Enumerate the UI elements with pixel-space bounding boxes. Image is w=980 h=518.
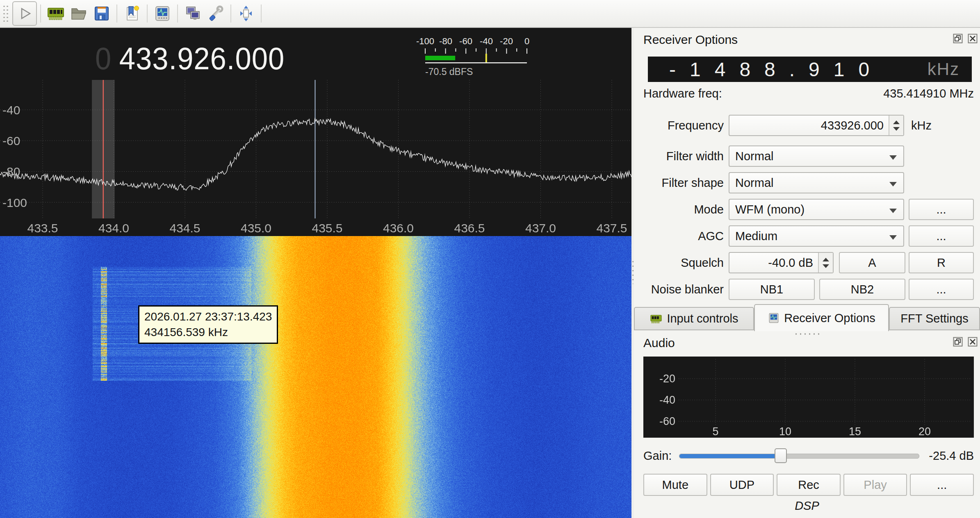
- agc-row: AGC Medium ...: [634, 225, 980, 247]
- spinbox-arrows[interactable]: [889, 116, 903, 135]
- play-button[interactable]: Play: [843, 474, 907, 496]
- meter-tick-label: -40: [480, 36, 493, 47]
- settings-button[interactable]: [204, 2, 227, 25]
- meter-tick-label: -80: [439, 36, 452, 47]
- dsp-options-button[interactable]: [151, 2, 174, 25]
- nb-options-button[interactable]: ...: [909, 279, 974, 300]
- mode-label: Mode: [634, 199, 724, 220]
- hardware-freq-label: Hardware freq:: [643, 87, 722, 100]
- play-label: Play: [864, 478, 887, 492]
- squelch-label: Squelch: [634, 252, 724, 273]
- nb2-button[interactable]: NB2: [819, 279, 905, 300]
- configure-io-button[interactable]: [44, 2, 67, 25]
- nb2-label: NB2: [851, 283, 874, 296]
- toolbar-separator: [261, 5, 262, 23]
- spin-up-icon[interactable]: [823, 258, 829, 261]
- agc-options-button[interactable]: ...: [909, 225, 974, 247]
- agc-select[interactable]: Medium: [729, 225, 904, 247]
- frequency-digits: 433.926.000: [119, 41, 285, 76]
- dock-title-receiver-options: Receiver Options: [643, 33, 738, 47]
- remote-control-button[interactable]: [181, 2, 204, 25]
- bookmarks-icon: [123, 5, 141, 23]
- chevron-down-icon: [889, 235, 897, 240]
- close-dock-icon[interactable]: [968, 34, 978, 43]
- open-file-button[interactable]: [67, 2, 90, 25]
- filter-width-row: Filter width Normal: [634, 145, 980, 167]
- lcd-unit: kHz: [928, 59, 959, 79]
- spin-up-icon[interactable]: [893, 120, 900, 124]
- agc-value: Medium: [735, 229, 777, 243]
- spinbox-arrows[interactable]: [818, 253, 833, 273]
- meter-tick-label: -20: [500, 36, 513, 47]
- toolbar-separator: [177, 5, 178, 23]
- remote-computers-icon: [183, 5, 202, 23]
- filter-shape-select[interactable]: Normal: [729, 172, 904, 193]
- hardware-freq-value: 435.414910 MHz: [883, 87, 974, 100]
- mode-options-button[interactable]: ...: [909, 199, 974, 220]
- dock-splitter-handle[interactable]: [794, 333, 820, 335]
- tab-receiver-options[interactable]: Receiver Options: [754, 304, 889, 331]
- filter-shape-row: Filter shape Normal: [634, 172, 980, 193]
- dock-title-audio: Audio: [643, 336, 675, 350]
- waterfall-plot[interactable]: [0, 236, 631, 518]
- hardware-freq-row: Hardware freq: 435.414910 MHz: [634, 87, 980, 102]
- tab-label: FFT Settings: [900, 312, 968, 325]
- memory-icon: [650, 313, 663, 325]
- lcd-digits: -1488.910: [669, 58, 928, 81]
- start-dsp-button[interactable]: [12, 1, 37, 26]
- squelch-reset-button[interactable]: R: [909, 252, 974, 273]
- save-file-button[interactable]: [90, 2, 113, 25]
- dock-tab-bar: Input controls Receiver Options FFT Sett…: [634, 304, 980, 330]
- fullscreen-button[interactable]: [235, 2, 258, 25]
- noise-blanker-row: Noise blanker NB1 NB2 ...: [634, 279, 980, 300]
- spin-down-icon[interactable]: [893, 127, 900, 131]
- tuned-frequency-display[interactable]: 0433.926.000: [95, 43, 285, 75]
- dsp-scope-icon: [153, 5, 172, 23]
- filter-width-select[interactable]: Normal: [729, 145, 904, 167]
- nb1-label: NB1: [760, 283, 783, 296]
- float-dock-icon[interactable]: [953, 34, 963, 43]
- squelch-row: Squelch -40.0 dB A R: [634, 252, 980, 273]
- mode-row: Mode WFM (mono) ...: [634, 199, 980, 220]
- squelch-spinbox[interactable]: -40.0 dB: [729, 252, 834, 273]
- audio-options-button[interactable]: ...: [910, 474, 974, 496]
- nb1-button[interactable]: NB1: [729, 279, 815, 300]
- rec-button[interactable]: Rec: [777, 474, 841, 496]
- mode-select[interactable]: WFM (mono): [729, 199, 904, 220]
- mute-button[interactable]: Mute: [643, 474, 707, 496]
- frequency-value: 433926.000: [821, 119, 884, 132]
- memory-icon: [46, 5, 65, 23]
- audio-buttons-row: Mute UDP Rec Play ...: [643, 474, 974, 496]
- rec-label: Rec: [798, 478, 819, 492]
- agc-label: AGC: [634, 225, 724, 247]
- frequency-row: Frequency 433926.000 kHz: [634, 115, 980, 136]
- close-dock-icon[interactable]: [968, 337, 978, 347]
- chevron-down-icon: [889, 209, 897, 213]
- gain-slider[interactable]: [679, 454, 919, 459]
- bookmarks-button[interactable]: [121, 2, 144, 25]
- audio-options-label: ...: [937, 478, 947, 492]
- spectrum-plot[interactable]: [0, 80, 631, 236]
- toolbar-drag-handle[interactable]: [2, 5, 9, 23]
- float-dock-icon[interactable]: [953, 337, 963, 347]
- tab-input-controls[interactable]: Input controls: [634, 307, 754, 330]
- receiver-options-dock: Receiver Options -1488.910 kHz Hardware …: [634, 28, 980, 518]
- spin-down-icon[interactable]: [823, 264, 829, 268]
- gain-slider-handle[interactable]: [775, 448, 787, 463]
- filter-width-label: Filter width: [634, 145, 724, 167]
- squelch-value: -40.0 dB: [768, 256, 813, 270]
- gain-value: -25.4 dB: [929, 447, 974, 465]
- squelch-auto-button[interactable]: A: [839, 252, 905, 273]
- audio-spectrum-plot[interactable]: [643, 357, 974, 438]
- filter-width-value: Normal: [735, 150, 773, 163]
- gain-slider-fill: [679, 454, 781, 458]
- meter-bar: [419, 48, 530, 66]
- tooltip-timestamp: 2026.01.27 23:37:13.423: [144, 309, 272, 325]
- udp-button[interactable]: UDP: [710, 474, 774, 496]
- offset-frequency-lcd[interactable]: -1488.910 kHz: [648, 57, 972, 82]
- mute-label: Mute: [662, 478, 688, 492]
- filter-shape-value: Normal: [735, 176, 773, 190]
- frequency-spinbox[interactable]: 433926.000: [729, 115, 904, 136]
- tab-fft-settings[interactable]: FFT Settings: [889, 307, 980, 330]
- signal-strength-meter: -100 -80 -60 -40 -20 0 -70.5 dBFS: [419, 36, 530, 79]
